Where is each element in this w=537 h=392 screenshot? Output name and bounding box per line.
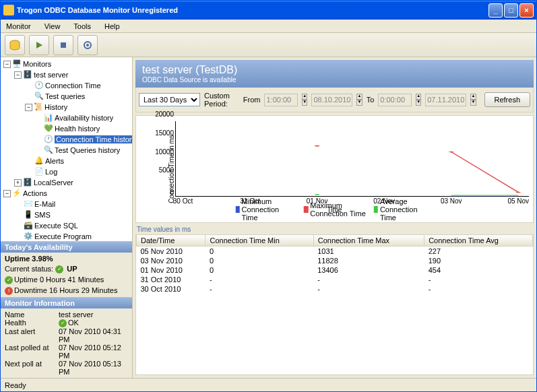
svg-point-4 bbox=[86, 44, 89, 46]
col-min[interactable]: Connection Time Min bbox=[206, 235, 313, 247]
uptime-percent: Uptime 3.98% bbox=[5, 255, 128, 263]
ok-icon: ✓ bbox=[59, 319, 67, 327]
settings-button[interactable] bbox=[77, 35, 98, 55]
to-time-input[interactable]: 0:00:00 bbox=[378, 94, 412, 106]
monitor-icon: 🖥️ bbox=[12, 59, 22, 69]
table-row[interactable]: 31 Oct 2010--- bbox=[137, 275, 533, 284]
table-title: Time values in ms bbox=[137, 226, 532, 233]
from-time-input[interactable]: 1:00:00 bbox=[264, 94, 298, 106]
page-title: test server (TestDB) bbox=[142, 64, 527, 76]
monitor-info-panel: Nametest server Health✓OK Last alert07 N… bbox=[1, 308, 132, 378]
tree-actions[interactable]: −⚡Actions bbox=[2, 188, 131, 199]
legend-swatch-min bbox=[235, 206, 239, 213]
col-datetime[interactable]: Date/Time bbox=[137, 235, 206, 247]
tree-test-server[interactable]: −🗄️test server bbox=[2, 69, 131, 80]
tree-log[interactable]: 📄Log bbox=[2, 166, 131, 177]
actions-icon: ⚡ bbox=[12, 189, 22, 198]
menu-tools[interactable]: Tools bbox=[71, 21, 94, 32]
exe-icon: ⚙️ bbox=[24, 232, 33, 241]
status-up-icon: ✓ bbox=[55, 265, 63, 273]
legend-swatch-avg bbox=[374, 206, 378, 213]
col-max[interactable]: Connection Time Max bbox=[313, 235, 424, 247]
data-table-box: Date/Time Connection Time Min Connection… bbox=[135, 234, 534, 375]
filter-row: Last 30 Days Custom Period: From 1:00:00… bbox=[135, 88, 534, 112]
tree-exec-program[interactable]: ⚙️Execute Program bbox=[2, 231, 131, 241]
custom-period-label: Custom Period: bbox=[204, 92, 239, 108]
menu-view[interactable]: View bbox=[42, 21, 63, 32]
downtime-row: !Downtime 16 Hours 29 Minutes bbox=[5, 286, 128, 295]
collapse-icon[interactable]: − bbox=[3, 61, 11, 68]
table-row[interactable]: 30 Oct 2010--- bbox=[137, 284, 533, 294]
legend-swatch-max bbox=[304, 206, 308, 213]
legend-avg: Average Connection Time bbox=[374, 197, 434, 222]
svg-marker-1 bbox=[36, 42, 42, 48]
page-subtitle: ODBC Data Source is available bbox=[142, 76, 527, 84]
from-time-spinner[interactable]: ▲▼ bbox=[302, 94, 307, 106]
to-date-input[interactable]: 07.11.2010 bbox=[425, 94, 466, 106]
tree-sms[interactable]: 📱SMS bbox=[2, 209, 131, 220]
tree-alerts[interactable]: 🔔Alerts bbox=[2, 156, 131, 166]
monitor-info-header: Monitor Information bbox=[1, 297, 132, 308]
tree-conn-time-history[interactable]: 🕐Connection Time history bbox=[2, 134, 131, 145]
titlebar: Trogon ODBC Database Monitor Unregistere… bbox=[1, 1, 536, 20]
chart-lines bbox=[176, 121, 529, 196]
up-icon: ✓ bbox=[5, 276, 13, 284]
status-text: Ready bbox=[5, 381, 26, 389]
collapse-icon[interactable]: − bbox=[14, 71, 22, 79]
tree-local-server[interactable]: +🗄️LocalServer bbox=[2, 177, 131, 188]
history-icon: 📜 bbox=[34, 102, 43, 112]
tree-test-queries-history[interactable]: 🔍Test Queries history bbox=[2, 145, 131, 156]
to-date-spinner[interactable]: ▲▼ bbox=[470, 94, 476, 106]
content-area: test server (TestDB) ODBC Data Source is… bbox=[133, 57, 536, 378]
tree-avail-history[interactable]: 📊Availability history bbox=[2, 112, 131, 123]
tree-email[interactable]: ✉️E-Mail bbox=[2, 199, 131, 209]
tree-test-queries[interactable]: 🔍Test queries bbox=[2, 91, 131, 102]
col-avg[interactable]: Connection Time Avg bbox=[424, 235, 533, 247]
from-date-input[interactable]: 08.10.2010 bbox=[311, 94, 352, 106]
table-row[interactable]: 01 Nov 2010013406454 bbox=[137, 265, 533, 275]
info-row: Health✓OK bbox=[5, 319, 128, 327]
minimize-button[interactable]: _ bbox=[488, 3, 503, 18]
alert-icon: 🔔 bbox=[34, 156, 44, 166]
expand-icon[interactable]: + bbox=[14, 179, 22, 187]
statusbar: Ready bbox=[1, 378, 536, 391]
tree-history[interactable]: −📜History bbox=[2, 102, 131, 112]
refresh-button[interactable]: Refresh bbox=[484, 92, 531, 107]
table-row[interactable]: 05 Nov 201001031227 bbox=[137, 247, 533, 257]
play-button[interactable] bbox=[29, 35, 49, 55]
to-label: To bbox=[367, 96, 375, 104]
maximize-button[interactable]: □ bbox=[504, 3, 518, 18]
app-window: Trogon ODBC Database Monitor Unregistere… bbox=[0, 0, 537, 392]
close-button[interactable]: × bbox=[519, 3, 534, 18]
to-time-spinner[interactable]: ▲▼ bbox=[416, 94, 421, 106]
period-select[interactable]: Last 30 Days bbox=[139, 93, 200, 106]
from-date-spinner[interactable]: ▲▼ bbox=[356, 94, 362, 106]
availability-panel: Uptime 3.98% Current status: ✓ UP ✓Uptim… bbox=[1, 253, 132, 297]
menu-monitor[interactable]: Monitor bbox=[3, 21, 34, 32]
tree-health-history[interactable]: 💚Health history bbox=[2, 123, 131, 134]
db-icon: 🗄️ bbox=[23, 178, 32, 187]
menu-help[interactable]: Help bbox=[102, 21, 123, 32]
table-row[interactable]: 03 Nov 2010011828190 bbox=[137, 256, 533, 265]
chart: Connection Time in ms 0 5000 10000 15000… bbox=[135, 115, 534, 223]
stop-button[interactable] bbox=[53, 35, 73, 55]
legend-min: Minimum Connection Time bbox=[235, 197, 297, 222]
clock-icon: 🕐 bbox=[34, 81, 44, 90]
collapse-icon[interactable]: − bbox=[3, 190, 11, 197]
toolbar bbox=[1, 33, 536, 57]
tree-monitors[interactable]: −🖥️Monitors bbox=[2, 59, 131, 69]
tree-exec-sql[interactable]: 🗃️Execute SQL bbox=[2, 220, 131, 231]
query-icon: 🔍 bbox=[34, 92, 44, 101]
chart-plot: 0 5000 10000 15000 20000 30 Oct 31 Oct 0… bbox=[175, 121, 529, 197]
info-row: Nametest server bbox=[5, 311, 128, 319]
tree-conn-time[interactable]: 🕐Connection Time bbox=[2, 80, 131, 91]
email-icon: ✉️ bbox=[24, 199, 33, 209]
db-button[interactable] bbox=[5, 35, 25, 55]
chart-legend: Minimum Connection Time Maximum Connecti… bbox=[235, 197, 434, 222]
current-status-row: Current status: ✓ UP bbox=[5, 265, 128, 273]
info-row: Last alert07 Nov 2010 04:31 PM bbox=[5, 327, 128, 344]
db-icon: 🗄️ bbox=[23, 70, 32, 79]
svg-point-5 bbox=[315, 145, 319, 147]
menubar: Monitor View Tools Help bbox=[1, 20, 536, 33]
collapse-icon[interactable]: − bbox=[25, 104, 32, 111]
